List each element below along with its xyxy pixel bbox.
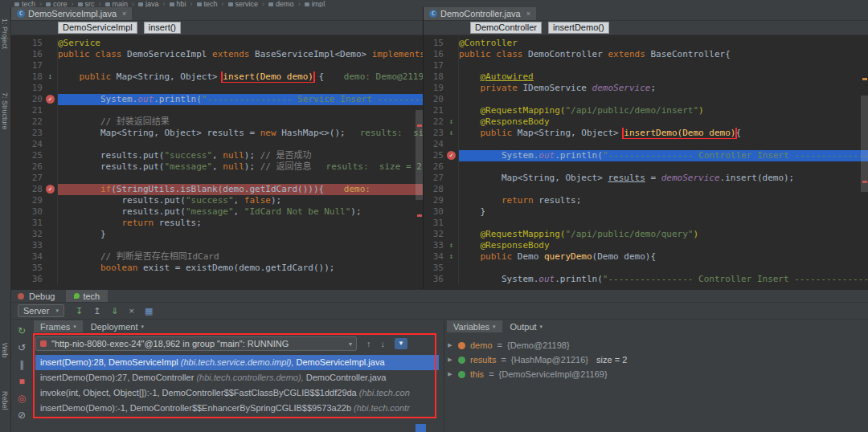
gutter[interactable]: 29 [11,195,58,206]
code-line[interactable]: 32 } [11,229,423,240]
expand-arrow-icon[interactable]: ▶ [447,371,453,377]
code-text[interactable]: results.put("message", null); // 返回信息res… [58,161,423,173]
layout-icon[interactable]: ▦ [145,304,153,317]
expand-arrow-icon[interactable]: ▶ [447,357,453,363]
code-line[interactable]: 36 [11,274,423,285]
code-line[interactable]: 22 // 封装返回结果 [11,116,423,128]
code-text[interactable]: } [58,229,423,240]
rerun-icon[interactable]: ↻ [18,326,26,336]
spring-mapping-icon[interactable]: ↕ [447,117,456,126]
code-line[interactable]: 31 return results; [11,218,423,229]
code-line[interactable]: 17 [11,60,423,71]
code-text[interactable] [58,274,423,285]
code-text[interactable]: @ResponseBody [459,116,868,128]
spring-mapping-icon[interactable]: ↕ [447,128,456,137]
code-line[interactable]: 19 private IDemoService demoService; [424,83,868,94]
code-text[interactable]: Map<String, Object> results = new HashMa… [58,128,423,139]
deploy-icon[interactable]: ↧ [76,304,83,317]
code-line[interactable]: 16public class DemoServiceImpl extends B… [11,49,423,60]
code-line[interactable]: 23 Map<String, Object> results = new Has… [11,128,423,139]
gutter[interactable]: 26 [424,161,459,173]
gutter[interactable]: 27 [11,173,58,184]
breakpoint-icon[interactable]: ✓ [46,95,55,104]
code-line[interactable]: 28✓ if(StringUtils.isBlank(demo.getIdCar… [11,184,423,195]
code-text[interactable] [459,161,868,173]
gutter[interactable]: 31 [424,218,459,229]
code-text[interactable]: System.out.println("---------------- Ser… [58,94,423,105]
code-text[interactable] [459,263,868,274]
editor-tab[interactable]: C DemoController.java × [424,7,536,20]
code-text[interactable]: @RequestMapping("/api/public/demo/query"… [459,229,868,240]
code-line[interactable]: 33 [11,240,423,251]
code-text[interactable]: boolean exist = existDemo(demo.getIdCard… [58,263,423,274]
gutter[interactable]: 28 [424,184,459,195]
scrollbar-thumb[interactable] [416,110,423,200]
code-line[interactable]: 24 [424,139,868,150]
gutter[interactable]: 28✓ [11,184,58,195]
gutter[interactable]: 32 [424,229,459,240]
code-line[interactable]: 27 [11,173,423,184]
code-line[interactable]: 20✓ System.out.println("----------------… [11,94,423,105]
code-editor[interactable]: 15@Controller16public class DemoControll… [424,35,868,289]
code-line[interactable]: 34↕ public Demo queryDemo(Demo demo){ [424,251,868,263]
breadcrumb-item[interactable]: core [46,0,68,7]
gutter[interactable]: 25 [11,150,58,161]
code-text[interactable]: // 封装返回结果 [58,116,423,128]
code-text[interactable]: public Map<String, Object> insertDemo(De… [459,128,868,139]
breadcrumb-chip[interactable]: DemoController [470,22,542,34]
expand-arrow-icon[interactable]: ▶ [447,342,453,348]
code-line[interactable]: 15@Service [11,38,423,49]
breadcrumb-item[interactable]: tech [14,0,35,7]
gutter[interactable]: 22↕ [424,116,459,128]
code-text[interactable]: results.put("message", "IdCard Not be Nu… [58,206,423,218]
code-line[interactable]: 29 return results; [424,195,868,206]
variable-row[interactable]: ▶results = {HashMap@21216}size = 2 [447,353,868,367]
code-text[interactable] [58,173,423,184]
breadcrumb-item[interactable]: demo [268,0,294,7]
scrollbar-thumb[interactable] [861,96,868,192]
gutter[interactable]: 36 [424,274,459,285]
gutter[interactable]: 33↕ [424,240,459,251]
stack-frame-row[interactable]: insertDemo(Demo):-1, DemoController$$Enh… [35,401,439,416]
code-line[interactable]: 36 System.out.println("---------------- … [424,274,868,285]
code-text[interactable]: @Service [58,38,423,49]
resume-icon[interactable]: ↺ [18,343,26,353]
toolwindow-web-button[interactable]: Web [1,343,9,357]
gutter[interactable]: 34↕ [424,251,459,263]
variable-row[interactable]: ▶demo = {Demo@21198} [447,338,868,353]
code-line[interactable]: 19 [11,83,423,94]
breadcrumb-chip[interactable]: DemoServiceImpl [58,22,137,34]
code-line[interactable]: 25 results.put("success", null); // 是否成功 [11,150,423,161]
code-line[interactable]: 35 boolean exist = existDemo(demo.getIdC… [11,263,423,274]
code-text[interactable]: } [459,206,868,218]
gutter[interactable]: 32 [11,229,58,240]
debug-session-tab[interactable]: tech [66,290,108,302]
breadcrumb-item[interactable]: tech [197,0,218,7]
gutter[interactable]: 21 [424,105,459,116]
stop-server-icon[interactable]: × [129,304,134,317]
stop-icon[interactable]: ■ [18,377,24,386]
code-text[interactable]: // 判断是否存在相同IdCard [58,251,423,263]
code-text[interactable]: @Autowired [459,71,868,83]
code-text[interactable]: public Demo queryDemo(Demo demo){ [459,251,868,263]
gutter[interactable]: 30 [424,206,459,218]
code-line[interactable]: 17 [424,60,868,71]
gutter[interactable]: 19 [424,83,459,94]
error-stripe-scrollbar[interactable] [416,63,423,289]
gutter[interactable]: 15 [11,38,58,49]
gutter[interactable]: 19 [11,83,58,94]
breakpoint-icon[interactable]: ✓ [46,185,55,194]
code-text[interactable]: @ResponseBody [459,240,868,251]
tab-output[interactable]: Output ▾ [504,320,550,332]
gutter[interactable]: 17 [424,60,459,71]
spring-mapping-icon[interactable]: ↕ [447,241,456,250]
gutter[interactable]: 18↥ [11,71,58,83]
gutter[interactable]: 16 [424,49,459,60]
gutter[interactable]: 15 [424,38,459,49]
toolwindow-rebel-button[interactable]: Rebel [1,391,9,410]
code-text[interactable] [459,60,868,71]
code-line[interactable]: 33↕ @ResponseBody [424,240,868,251]
stack-frame-row[interactable]: invoke(int, Object, Object[]):-1, DemoCo… [35,385,439,401]
code-text[interactable] [459,184,868,195]
code-text[interactable]: private IDemoService demoService; [459,83,868,94]
